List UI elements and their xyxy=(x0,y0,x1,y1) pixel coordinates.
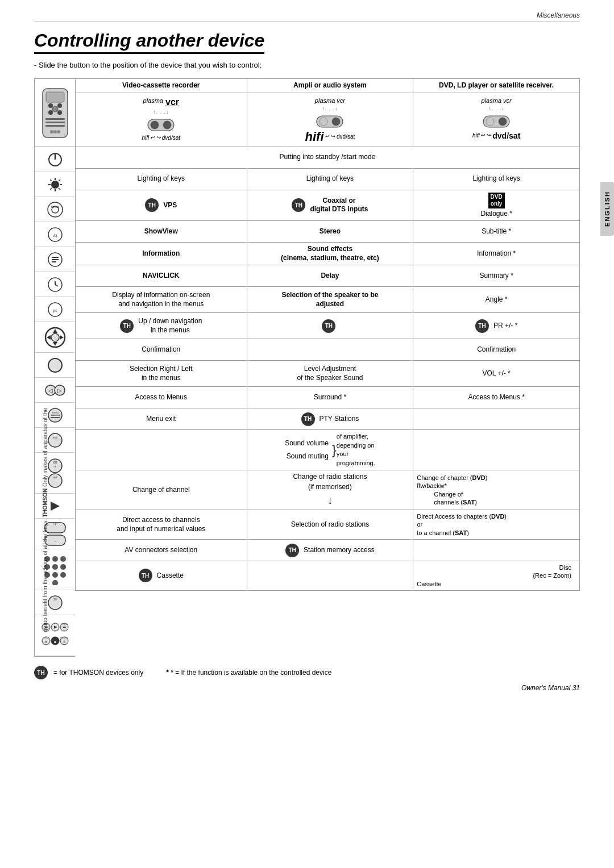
svg-line-22 xyxy=(59,180,60,181)
svg-text:menu: menu xyxy=(51,411,59,414)
confirm-vcr: Confirmation xyxy=(76,339,247,361)
sound-dvd xyxy=(413,430,580,470)
leftright-icon: ◁ ▷ xyxy=(45,383,65,397)
device-header-labels: Video-cassette recorder Ampli or audio s… xyxy=(76,79,580,93)
english-tab: ENGLISH xyxy=(600,182,614,236)
selectrl-dvd: VOL +/- * xyxy=(413,361,580,387)
updown-ampli: TH xyxy=(247,313,413,339)
updown-vcr: TH Up / down navigationin the menus xyxy=(76,313,247,339)
svg-text:+P: +P xyxy=(52,522,57,526)
confirm-ampli xyxy=(247,339,413,361)
page-number: Owner's Manual 31 xyxy=(34,684,580,692)
display-row: Display of information on-screenand navi… xyxy=(76,287,580,313)
svg-text:-: - xyxy=(54,539,56,544)
footer-th-label: = for THOMSON devices only xyxy=(53,669,143,677)
access-dvd: Access to Menus * xyxy=(413,387,580,408)
svg-point-66 xyxy=(52,556,58,562)
svg-line-23 xyxy=(50,188,52,190)
svg-marker-42 xyxy=(47,335,51,340)
timer-icon xyxy=(47,276,64,293)
svg-point-10 xyxy=(50,130,53,133)
teletext-icon xyxy=(47,251,64,268)
svg-point-12 xyxy=(57,130,60,133)
footer-th-badge: TH xyxy=(34,666,48,679)
lighting-dvd: Lighting of keys xyxy=(413,168,580,190)
standby-row: Putting into standby /start mode xyxy=(76,147,580,168)
showview-vcr: ShowView xyxy=(76,221,247,243)
selectrl-vcr: Selection Right / Leftin the menus xyxy=(76,361,247,387)
change-dvd: Change of chapter (DVD) ffw/backw* Chang… xyxy=(413,470,580,510)
cassette-row: TH Cassette Disc(Rec = Zoom) Cassette xyxy=(76,561,580,591)
svg-line-21 xyxy=(59,188,60,190)
vps-vcr: TH VPS xyxy=(76,190,247,221)
av-icon: 2V xyxy=(47,594,64,611)
svg-point-69 xyxy=(52,564,58,570)
av-row: AV connectors selection TH Station memor… xyxy=(76,540,580,561)
vcr-selector-cell: plasma vcr ↑. . .↓ hifi ↩ ↪ dvd/sat xyxy=(76,93,247,147)
exit-vcr: Menu exit xyxy=(76,408,247,430)
subtitle: - Slide the button to the position of th… xyxy=(34,61,580,69)
ampli-selector-cell: plasma vcr ↑. . .↓ hifi ↩ ↪ dvd/sat xyxy=(247,93,413,147)
svg-rect-52 xyxy=(51,417,60,418)
svg-marker-40 xyxy=(53,329,57,333)
format-icon: format xyxy=(46,201,64,219)
power-icon xyxy=(47,152,63,168)
iq-icon: iq xyxy=(47,226,64,243)
vps-ampli: TH Coaxial ordigital DTS inputs xyxy=(247,190,413,221)
svg-point-6 xyxy=(52,106,58,112)
svg-point-74 xyxy=(52,580,58,585)
svg-rect-51 xyxy=(51,415,60,416)
confirm-dvd: Confirmation xyxy=(413,339,580,361)
svg-text:iq: iq xyxy=(53,233,57,238)
change-vcr: Change of channel xyxy=(76,470,247,510)
display-vcr: Display of information on-screenand navi… xyxy=(76,287,247,313)
th-badge-exit: TH xyxy=(301,412,315,426)
svg-text:+: + xyxy=(53,465,56,469)
naviclick-row: NAVICLICK Delay Summary * xyxy=(76,265,580,287)
access-row: Access to Menus Surround * Access to Men… xyxy=(76,387,580,408)
th-badge-cassette: TH xyxy=(139,569,152,582)
svg-rect-7 xyxy=(45,118,65,120)
exit-dvd xyxy=(413,408,580,430)
naviclick-ampli: Delay xyxy=(247,265,413,287)
nav-ring-icon xyxy=(44,326,67,349)
th-badge-updown: TH xyxy=(120,319,134,333)
svg-text:ssl: ssl xyxy=(53,475,57,479)
svg-text:format: format xyxy=(51,205,59,208)
pc-icon: pc xyxy=(47,301,64,318)
miscellaneous-label: Miscellaneous xyxy=(34,11,580,19)
svg-point-67 xyxy=(60,556,66,562)
svg-line-20 xyxy=(50,180,52,181)
th-badge-updown-ampli: TH xyxy=(322,319,335,333)
svg-point-2 xyxy=(48,103,53,108)
dvd-header: DVD, LD player or satellite receiver. xyxy=(413,79,580,93)
direct-ampli: Selection of radio stations xyxy=(247,510,413,540)
svg-marker-43 xyxy=(60,335,64,340)
svg-rect-1 xyxy=(46,92,64,102)
svg-text:⏭: ⏭ xyxy=(63,625,65,629)
vps-dvd: DVDonly Dialogue * xyxy=(413,190,580,221)
ampli-selector-icon xyxy=(316,114,344,130)
back-icon: exit xyxy=(47,432,63,448)
svg-point-44 xyxy=(48,358,62,372)
lighting-row: Lighting of keys Lighting of keys Lighti… xyxy=(76,168,580,190)
svg-point-98 xyxy=(332,118,340,126)
naviclick-dvd: Summary * xyxy=(413,265,580,287)
naviclick-vcr: NAVICLICK xyxy=(76,265,247,287)
exit-ampli: TH PTY Stations xyxy=(247,408,413,430)
showview-ampli: Stereo xyxy=(247,221,413,243)
svg-point-97 xyxy=(320,118,327,126)
svg-point-5 xyxy=(57,110,62,115)
svg-point-100 xyxy=(486,118,494,126)
th-badge-vps-ampli: TH xyxy=(292,198,305,212)
vcr-header: Video-cassette recorder xyxy=(76,79,247,93)
svg-point-39 xyxy=(51,333,59,341)
change-ampli: Change of radio stations (if memorised) … xyxy=(247,470,413,510)
info-dvd: Information * xyxy=(413,243,580,265)
updown-row: TH Up / down navigationin the menus TH T… xyxy=(76,313,580,339)
cassette-vcr: TH Cassette xyxy=(76,561,247,591)
av-dvd xyxy=(413,540,580,561)
th-badge-av: TH xyxy=(285,544,299,557)
access-vcr: Access to Menus xyxy=(76,387,247,408)
device-selectors-row: plasma vcr ↑. . .↓ hifi ↩ ↪ dvd/sat xyxy=(76,93,580,147)
